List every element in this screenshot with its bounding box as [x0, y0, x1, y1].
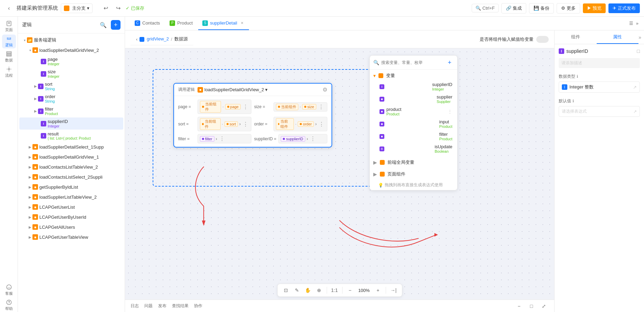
- tree-node-size[interactable]: I size Integer: [19, 68, 123, 80]
- back-button[interactable]: ‹: [4, 3, 14, 13]
- fit-view-button[interactable]: ⊡: [281, 285, 291, 295]
- bottom-tab-log[interactable]: 日志: [131, 302, 139, 310]
- preview-button[interactable]: ▶ 预览: [583, 3, 606, 13]
- fit-right-button[interactable]: →|: [389, 285, 398, 295]
- var-item-filter[interactable]: ■ filter Product: [371, 130, 456, 142]
- search-panel-button[interactable]: 🔍: [98, 20, 108, 30]
- default-val-field[interactable]: 请选择表达式 ↗: [559, 106, 640, 117]
- var-item-is-update[interactable]: B isUpdate Boolean: [371, 143, 456, 155]
- tree-node-load-supplier-detail-gridview2[interactable]: ▾ ■ loadSupplierDetailGridView_2: [19, 45, 123, 55]
- sidebar-item-help[interactable]: 帮助: [2, 298, 16, 312]
- logic-block-settings[interactable]: ⚙: [323, 86, 327, 93]
- search-button[interactable]: 🔍 Ctrl+F: [472, 4, 499, 12]
- panel-list-icon[interactable]: ☰: [629, 21, 633, 26]
- right-tab-attributes[interactable]: 属性: [597, 30, 639, 44]
- data-type-expand[interactable]: ↗: [633, 85, 637, 90]
- add-logic-button[interactable]: +: [111, 20, 121, 30]
- pan-button[interactable]: ✋: [303, 285, 313, 295]
- zoom-out-button[interactable]: −: [345, 285, 355, 295]
- ratio-button[interactable]: 1:1: [330, 285, 339, 295]
- var-item-more-product[interactable]: ⋮: [448, 109, 452, 114]
- integrate-button[interactable]: 🔗 集成: [501, 3, 526, 13]
- var-section-page-component-header[interactable]: ▶ 页面组件: [370, 170, 457, 179]
- param-sort-more[interactable]: ⋮: [242, 121, 249, 127]
- adjust-button[interactable]: ⊕: [314, 285, 324, 295]
- var-add-button[interactable]: +: [445, 58, 454, 67]
- right-tab-component[interactable]: 组件: [555, 30, 597, 44]
- bottom-restore-button[interactable]: □: [527, 301, 536, 311]
- tree-node-order[interactable]: ▶ I order String: [19, 93, 123, 105]
- right-panel-expand-icon[interactable]: »: [638, 35, 641, 40]
- canvas-content[interactable]: 调用逻辑 ■ loadSupplierDetailGridView_2 ▾ ⚙: [125, 48, 554, 300]
- breadcrumb-gridview[interactable]: gridView_2: [140, 36, 169, 42]
- var-section-variables-header[interactable]: ▾ 变量: [370, 71, 457, 80]
- tree-node-lcap-get-user-by-id[interactable]: ▶ ■ LCAPGetUserByUserId: [19, 212, 123, 222]
- tree-node-load-contacts-select2[interactable]: ▶ ■ loadContactsListSelect_2Suppli: [19, 172, 123, 182]
- tab-product[interactable]: P Product: [165, 17, 197, 30]
- sidebar-item-service[interactable]: 客服: [2, 283, 16, 297]
- var-item-product[interactable]: ■ product Product ⋮: [371, 105, 456, 117]
- var-search-input[interactable]: [381, 60, 443, 65]
- param-order-more[interactable]: ⋮: [318, 121, 325, 127]
- param-supplier-id-more[interactable]: ⋮: [309, 135, 316, 142]
- tree-node-get-supplier-by-id[interactable]: ▶ ■ getSupplierByIdList: [19, 182, 123, 192]
- undo-button[interactable]: ↩: [101, 3, 110, 13]
- param-value-supplier-id[interactable]: supplierID › ⋮: [278, 134, 327, 143]
- sidebar-item-flow[interactable]: 流程: [2, 65, 16, 79]
- tab-close-supplier-detail[interactable]: ✕: [239, 20, 245, 26]
- param-value-page[interactable]: 当前组件 · page ⋮: [198, 100, 251, 114]
- data-type-info-icon[interactable]: ℹ: [577, 74, 578, 79]
- bottom-tab-publish[interactable]: 发布: [158, 302, 166, 310]
- right-panel-close-button[interactable]: □: [637, 48, 640, 54]
- default-val-info-icon[interactable]: ℹ: [573, 99, 574, 103]
- tree-node-result[interactable]: I result { list: List<{ product: Product: [19, 130, 123, 142]
- tree-node-supplier-id[interactable]: I supplierID Integer: [19, 117, 123, 130]
- var-item-input[interactable]: ■ input Product: [371, 118, 456, 130]
- default-val-expand-icon[interactable]: ↗: [633, 109, 637, 114]
- param-value-order[interactable]: 当前组件 · order › ⋮: [273, 117, 327, 131]
- tree-node-sort[interactable]: ▶ I sort String: [19, 80, 123, 92]
- logic-block[interactable]: 调用逻辑 ■ loadSupplierDetailGridView_2 ▾ ⚙: [173, 83, 332, 148]
- param-size-more[interactable]: ⋮: [318, 104, 325, 110]
- data-type-selector[interactable]: I Integer 整数 ↗: [559, 82, 640, 93]
- sidebar-item-logic[interactable]: 逻辑: [2, 35, 16, 48]
- var-section-global-header[interactable]: ▶ 前端全局变量: [370, 158, 457, 167]
- tree-node-load-supplier-list-table2[interactable]: ▶ ■ loadSupplierListTableView_2: [19, 192, 123, 202]
- bottom-minimize-button[interactable]: −: [514, 301, 524, 311]
- more-button[interactable]: ⚙ 更多: [557, 3, 580, 13]
- canvas-area[interactable]: ‹ gridView_2 / 数据源 是否将组件输入赋值给变量: [125, 30, 554, 312]
- publish-button[interactable]: ✈ 正式发布: [608, 3, 640, 13]
- backup-button[interactable]: 💾 备份: [529, 3, 554, 13]
- zoom-in-button[interactable]: +: [373, 285, 383, 295]
- tree-node-lcap-get-user-table-view[interactable]: ▶ ■ LCAPGetUserTableView: [19, 232, 123, 242]
- tree-node-load-supplier-detail-gridview1[interactable]: ▶ ■ loadSupplierDetailGridView_1: [19, 152, 123, 162]
- bottom-tab-collab[interactable]: 协作: [194, 302, 202, 310]
- tree-node-lcap-get-all-users[interactable]: ▶ ■ LCAPGetAllUsers: [19, 222, 123, 232]
- param-value-sort[interactable]: 当前组件 · sort › ⋮: [198, 117, 251, 131]
- tree-node-load-contacts-table2[interactable]: ▶ ■ loadContactsListTableView_2: [19, 162, 123, 172]
- param-value-filter[interactable]: filter › ⋮: [198, 134, 251, 143]
- tree-node-filter[interactable]: ▶ I filter Product: [19, 105, 123, 117]
- param-filter-more[interactable]: ⋮: [219, 135, 225, 142]
- bottom-tab-issues[interactable]: 问题: [144, 302, 153, 310]
- var-item-supplier-id[interactable]: I supplierID Integer ⋮: [371, 81, 456, 93]
- bottom-tab-find[interactable]: 查找结果: [172, 302, 189, 310]
- branch-selector[interactable]: 主分支 ▾: [61, 3, 93, 13]
- assign-switch[interactable]: [536, 36, 549, 43]
- tree-node-load-supplier-detail-select[interactable]: ▶ ■ loadSupplierDetailSelect_1Supp: [19, 142, 123, 152]
- tab-supplier-detail[interactable]: S supplierDetail ✕: [198, 17, 249, 30]
- sidebar-item-page[interactable]: 页面: [2, 19, 16, 33]
- description-field[interactable]: 请添加描述: [559, 58, 640, 68]
- tree-node-page[interactable]: I page Integer: [19, 55, 123, 67]
- param-page-more[interactable]: ⋮: [242, 104, 249, 110]
- param-value-size[interactable]: 当前组件 · size ⋮: [273, 102, 327, 112]
- redo-button[interactable]: ↪: [113, 3, 123, 13]
- right-panel-toggle[interactable]: »: [636, 21, 638, 26]
- sidebar-item-data[interactable]: 数据: [2, 50, 16, 64]
- tree-node-server-logic[interactable]: ▾ 📁 服务端逻辑: [19, 35, 123, 45]
- bottom-expand-button[interactable]: ⤢: [539, 301, 549, 311]
- tab-contacts[interactable]: C Contacts: [131, 17, 164, 30]
- comment-button[interactable]: ✎: [292, 285, 302, 295]
- var-item-supplier[interactable]: ■ supplier Supplier: [371, 93, 456, 105]
- tree-node-lcap-get-user-list[interactable]: ▶ ■ LCAPGetUserList: [19, 202, 123, 212]
